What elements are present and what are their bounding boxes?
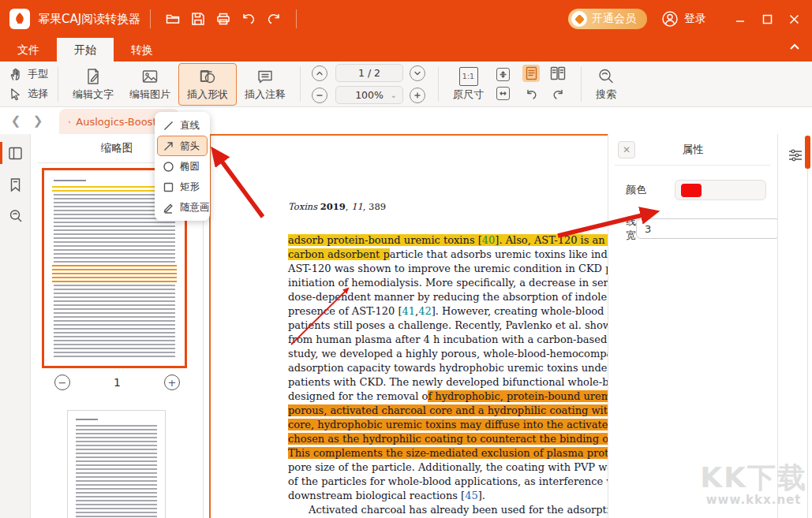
actual-size-button[interactable]: 1:1 原尺寸 [445, 64, 492, 105]
document-page: Toxins 2019, 11, 389 adsorb protein-boun… [209, 134, 608, 518]
collapse-ribbon-icon[interactable] [788, 41, 801, 56]
rotate-left-button[interactable] [522, 87, 540, 104]
menu-item-ellipse[interactable]: 椭圆 [157, 156, 208, 177]
search-label: 搜索 [596, 88, 616, 102]
edit-image-label: 编辑图片 [129, 88, 170, 102]
insert-note-button[interactable]: 插入注释 [237, 64, 294, 105]
color-label: 颜色 [626, 183, 675, 197]
properties-panel-title: 属性 [683, 143, 704, 157]
menu-item-rectangle[interactable]: 矩形 [157, 177, 208, 197]
gem-icon [571, 11, 587, 27]
print-button[interactable] [211, 6, 236, 32]
pdf-file-icon [69, 115, 70, 129]
fit-width-button[interactable] [496, 87, 510, 100]
app-title: 幂果CAJ阅读转换器 [38, 12, 140, 27]
tab-home[interactable]: 开始 [57, 38, 114, 61]
nav-back-button[interactable]: ❮ [8, 113, 24, 129]
zoom-in-button[interactable] [410, 88, 425, 103]
document-line: porous, activated charcoal core and a hy… [288, 404, 608, 418]
page-indicator-field[interactable]: 1 / 2 [335, 64, 403, 82]
close-button[interactable] [780, 6, 807, 32]
bookmark-panel-button[interactable] [0, 169, 31, 200]
search-button[interactable]: 搜索 [588, 64, 624, 105]
thumbnail-zoom-in-button[interactable]: + [164, 375, 180, 390]
minimize-button[interactable] [727, 6, 754, 32]
properties-toggle-button[interactable] [787, 147, 804, 166]
maximize-button[interactable] [754, 6, 780, 32]
thumbnail-page-number: 1 [114, 376, 121, 389]
menu-item-line[interactable]: 直线 [157, 115, 208, 136]
page-thumbnail-2[interactable] [67, 410, 166, 518]
line-icon [163, 120, 174, 132]
two-page-view-button[interactable] [549, 65, 567, 82]
undo-button[interactable] [236, 6, 261, 32]
ribbon-toolbar: 手型 选择 编辑文字 编辑图片 插入形状 插入注释 1 / 2 [0, 61, 812, 107]
edit-text-label: 编辑文字 [73, 88, 114, 102]
edit-text-button[interactable]: 编辑文字 [65, 64, 122, 105]
document-line: dose-dependent manner by reducing the ab… [288, 290, 608, 304]
login-label: 登录 [684, 12, 706, 26]
thumbnail-panel-button[interactable] [0, 137, 31, 169]
hand-tool-label: 手型 [28, 67, 48, 81]
scrollbar-thumb[interactable] [805, 136, 810, 169]
linewidth-input[interactable] [636, 218, 780, 239]
search-panel-button[interactable] [0, 200, 31, 232]
vip-label: 开通会员 [592, 12, 636, 26]
fit-page-button[interactable] [496, 68, 510, 81]
rectangle-icon [163, 181, 174, 193]
app-window: 幂果CAJ阅读转换器 开通会员 登录 文件 [0, 0, 812, 518]
document-line: Activated charcoal has already been used… [288, 503, 608, 517]
thumbnail-zoom-control: − 1 + [31, 375, 204, 390]
edit-image-button[interactable]: 编辑图片 [122, 64, 178, 105]
single-page-view-button[interactable] [522, 65, 540, 82]
thumbnail-zoom-out-button[interactable]: − [54, 375, 70, 390]
document-line: core, hydrophobic uremic toxins may diff… [288, 418, 608, 432]
document-line: chosen as the hydrophilic coating to cou… [288, 432, 608, 446]
insert-shape-label: 插入形状 [187, 88, 228, 102]
document-line: study, we developed a highly porous, who… [288, 347, 608, 361]
document-line: initiation of hemodialysis. More specifi… [288, 276, 608, 290]
document-running-header: Toxins 2019, 11, 389 [288, 201, 386, 212]
hand-tool-button[interactable]: 手型 [8, 67, 48, 82]
document-line: patients still poses a challenge. Recent… [288, 319, 608, 333]
previous-page-button[interactable] [312, 65, 327, 81]
open-file-button[interactable] [160, 6, 185, 32]
document-line: AST-120 was shown to improve the uremic … [288, 262, 608, 276]
document-line: presence of AST-120 [41,42]. However, cr… [288, 304, 608, 319]
save-button[interactable] [185, 6, 211, 32]
close-properties-button[interactable]: ✕ [618, 141, 635, 158]
chevron-down-icon: ⌄ [391, 91, 397, 99]
document-line: downstream biological reactions [45]. [288, 489, 608, 503]
user-icon [661, 10, 679, 28]
one-to-one-icon: 1:1 [459, 67, 478, 86]
hand-icon [8, 67, 23, 82]
cursor-icon [8, 87, 23, 102]
menu-item-arrow[interactable]: 箭头 [157, 136, 208, 156]
edit-image-icon [140, 67, 159, 86]
menu-item-freehand[interactable]: 随意画 [157, 197, 208, 218]
document-line: This complements the size-mediated exclu… [288, 446, 608, 460]
shape-dropdown-menu: 直线 箭头 椭圆 矩形 随意画 [155, 112, 210, 221]
nav-forward-button[interactable]: ❯ [30, 113, 46, 129]
zoom-level-select[interactable]: 100%⌄ [335, 86, 403, 104]
document-tab-bar: ❮ ❯ Auslogics-BoostSp [0, 107, 812, 134]
tab-file[interactable]: 文件 [0, 38, 57, 61]
vip-upgrade-button[interactable]: 开通会员 [568, 9, 647, 29]
rotate-right-button[interactable] [549, 87, 567, 104]
insert-shape-icon [198, 67, 217, 86]
next-page-button[interactable] [410, 65, 425, 81]
document-line: from human plasma after 4 h incubation w… [288, 333, 608, 347]
insert-shape-button[interactable]: 插入形状 [178, 63, 237, 106]
document-line: adsorption capacity towards hydrophobic … [288, 361, 608, 375]
document-text: adsorb protein-bound uremic toxins [40].… [288, 233, 608, 517]
color-swatch [681, 184, 702, 197]
tab-convert[interactable]: 转换 [114, 38, 170, 61]
zoom-out-button[interactable] [312, 88, 327, 103]
select-tool-button[interactable]: 选择 [8, 87, 48, 102]
actual-size-label: 原尺寸 [453, 88, 484, 102]
color-picker-field[interactable] [675, 180, 766, 200]
login-button[interactable]: 登录 [661, 10, 706, 28]
document-line: carbon adsorbent particle that adsorbs u… [288, 248, 608, 262]
scrollbar-track[interactable] [807, 169, 808, 518]
redo-button[interactable] [261, 6, 286, 32]
